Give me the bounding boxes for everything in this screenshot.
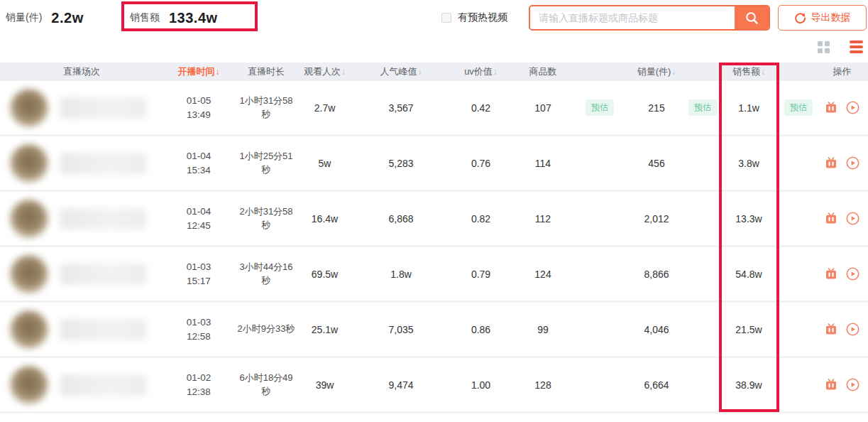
product-count-cell: 112	[511, 213, 625, 224]
column-header-sales-amount[interactable]: 销售额↓	[717, 65, 816, 78]
peak-popularity-cell: 7,035	[351, 324, 451, 335]
actions-cell	[816, 212, 868, 225]
product-count-cell: 99	[511, 324, 625, 335]
table-header-row: 直播场次 开播时间↓ 直播时长 观看人次↓ 人气峰值↓ uv价值↓ 商品数 销量…	[0, 63, 868, 81]
estimate-badge: 预估	[688, 99, 717, 116]
duration-cell: 1小时25分51秒	[234, 150, 298, 177]
search-button[interactable]	[735, 6, 769, 29]
sales-amount-label: 销售额	[130, 11, 160, 24]
sales-volume-cell: 2,012	[625, 213, 717, 224]
live-replay-icon[interactable]	[825, 102, 837, 114]
uv-value-cell: 0.86	[451, 324, 511, 335]
preheat-checkbox[interactable]	[441, 13, 451, 23]
start-time-cell: 01-0412:45	[163, 205, 234, 232]
duration-cell: 2小时31分58秒	[234, 205, 298, 232]
column-header-live-session: 直播场次	[0, 65, 163, 78]
column-header-start-time[interactable]: 开播时间↓	[163, 65, 234, 78]
column-header-actions: 操作	[816, 65, 868, 78]
live-session-cell[interactable]	[0, 310, 163, 349]
sort-down-icon: ↓	[671, 67, 676, 77]
sort-down-icon: ↓	[216, 67, 220, 77]
live-sessions-table: 直播场次 开播时间↓ 直播时长 观看人次↓ 人气峰值↓ uv价值↓ 商品数 销量…	[0, 63, 868, 413]
table-row: 01-0412:45 2小时31分58秒 16.4w 6,868 0.82 11…	[0, 192, 868, 247]
live-replay-icon[interactable]	[825, 379, 837, 391]
views-cell: 2.7w	[298, 102, 351, 114]
sales-volume-cell: 215预估	[625, 99, 717, 116]
product-count-cell: 107预估	[511, 99, 625, 116]
live-replay-icon[interactable]	[825, 212, 837, 224]
views-cell: 16.4w	[298, 213, 351, 224]
table-row: 01-0212:38 6小时18分49秒 39w 9,474 1.00 128 …	[0, 358, 868, 413]
live-session-cell[interactable]	[0, 144, 163, 183]
sales-volume-label: 销量(件)	[6, 11, 42, 24]
live-session-cell[interactable]	[0, 89, 163, 127]
views-cell: 39w	[298, 379, 351, 391]
play-icon[interactable]	[846, 378, 859, 391]
estimate-badge: 预估	[586, 99, 614, 116]
play-icon[interactable]	[846, 323, 859, 336]
play-icon[interactable]	[846, 156, 859, 170]
sales-volume-cell: 4,046	[625, 324, 717, 335]
live-title-blurred	[60, 208, 146, 229]
sales-volume-cell: 8,866	[625, 269, 717, 280]
live-title-blurred	[60, 319, 146, 340]
preheat-filter: 有预热视频	[441, 0, 507, 36]
play-icon[interactable]	[846, 267, 859, 281]
actions-cell	[816, 156, 868, 170]
play-icon[interactable]	[846, 101, 859, 114]
export-data-button[interactable]: 导出数据	[778, 5, 867, 31]
sales-amount-cell: 13.3w	[717, 213, 816, 224]
views-cell: 25.1w	[298, 324, 351, 335]
search-input[interactable]	[530, 6, 735, 29]
uv-value-cell: 0.79	[451, 269, 511, 280]
avatar	[10, 144, 48, 183]
peak-popularity-cell: 6,868	[351, 213, 451, 224]
avatar	[10, 255, 48, 293]
live-replay-icon[interactable]	[825, 323, 837, 335]
table-row: 01-0315:17 3小时44分16秒 69.5w 1.8w 0.79 124…	[0, 247, 868, 303]
column-header-views[interactable]: 观看人次↓	[298, 65, 351, 78]
start-time-cell: 01-0315:17	[163, 260, 234, 288]
avatar	[10, 89, 48, 127]
sales-amount-cell: 1.1w预估	[717, 99, 816, 116]
live-title-blurred	[60, 264, 146, 285]
peak-popularity-cell: 1.8w	[351, 269, 451, 280]
product-count-cell: 128	[511, 379, 625, 391]
sales-volume-cell: 6,664	[625, 379, 717, 391]
sort-down-icon: ↓	[761, 67, 765, 77]
uv-value-cell: 0.42	[451, 102, 511, 114]
sales-amount-stat: 销售额 133.4w	[130, 0, 218, 36]
actions-cell	[816, 267, 868, 281]
start-time-cell: 01-0312:58	[163, 315, 234, 343]
live-session-cell[interactable]	[0, 200, 163, 238]
magnifier-icon	[745, 11, 759, 26]
play-icon[interactable]	[846, 212, 859, 225]
live-replay-icon[interactable]	[825, 268, 837, 280]
sales-volume-stat: 销量(件) 2.2w	[6, 0, 84, 36]
sort-down-icon: ↓	[493, 67, 498, 77]
sales-amount-cell: 3.8w	[717, 158, 816, 169]
sales-amount-cell: 21.5w	[717, 324, 816, 335]
live-replay-icon[interactable]	[825, 157, 837, 169]
actions-cell	[816, 378, 868, 391]
actions-cell	[816, 323, 868, 336]
start-time-cell: 01-0212:38	[163, 371, 234, 399]
sort-down-icon: ↓	[341, 67, 346, 77]
column-header-sales-volume[interactable]: 销量(件)↓	[625, 65, 717, 78]
live-title-blurred	[60, 374, 146, 396]
duration-cell: 1小时31分58秒	[234, 94, 298, 121]
grid-view-icon[interactable]	[818, 41, 830, 53]
avatar	[10, 366, 48, 404]
export-data-label: 导出数据	[811, 11, 851, 24]
list-view-icon[interactable]	[850, 40, 863, 53]
table-row: 01-0513:49 1小时31分58秒 2.7w 3,567 0.42 107…	[0, 81, 868, 136]
live-session-cell[interactable]	[0, 366, 163, 404]
live-session-cell[interactable]	[0, 255, 163, 293]
avatar	[10, 310, 48, 349]
peak-popularity-cell: 9,474	[351, 379, 451, 391]
column-header-uv-value[interactable]: uv价值↓	[451, 65, 511, 78]
table-row: 01-0312:58 2小时9分33秒 25.1w 7,035 0.86 99 …	[0, 303, 868, 358]
view-toggles	[818, 38, 863, 55]
column-header-peak-popularity[interactable]: 人气峰值↓	[351, 65, 451, 78]
sales-volume-cell: 456	[625, 158, 717, 169]
